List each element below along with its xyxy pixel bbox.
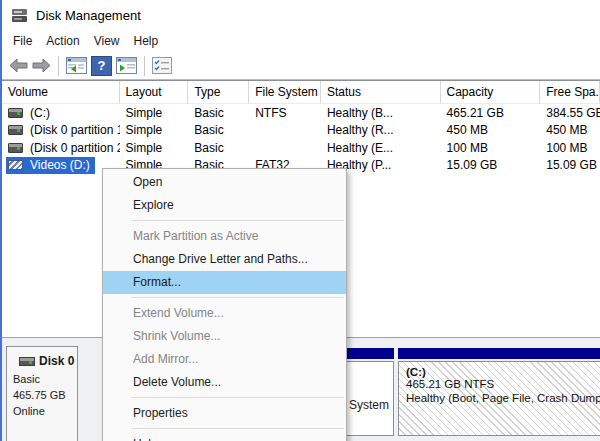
toolbar: ? [2,52,600,80]
volume-name: (Disk 0 partition 1) [30,123,120,137]
selected-volume: Videos (D:) [6,157,95,174]
volume-drive-icon [8,143,23,153]
column-header-free-spa[interactable]: Free Spa... [540,81,600,104]
column-header-type[interactable]: Type [188,81,249,104]
volume-drive-icon [8,125,23,135]
disk-management-window: Disk Management FileActionViewHelp [0,0,600,441]
volume-label: (C:) [6,104,55,121]
cell-layout: Simple [120,123,189,137]
cell-capacity: 465.21 GB [441,106,541,120]
column-header-file-system[interactable]: File System [249,81,321,104]
menu-separator [131,297,344,298]
title-bar: Disk Management [2,0,600,30]
back-icon [9,58,28,73]
column-header-layout[interactable]: Layout [120,81,189,104]
toolbar-separator [58,56,59,76]
menu-item-extend-volume: Extend Volume... [103,302,346,325]
menu-item-delete-volume[interactable]: Delete Volume... [103,371,346,394]
forward-icon [32,58,51,73]
table-row[interactable]: (Disk 0 partition 2)SimpleBasicHealthy (… [2,139,600,157]
menu-item-help[interactable]: Help [103,433,346,441]
menu-item-properties[interactable]: Properties [103,402,346,425]
menu-separator [131,397,344,398]
console-tree-icon [66,57,87,74]
system-partition-label: System [349,398,389,412]
menu-item-explore[interactable]: Explore [103,194,346,217]
cell-status: Healthy (E... [321,141,441,155]
disk-type: Basic [13,371,77,387]
cell-layout: Simple [120,141,189,155]
menu-separator [131,428,344,429]
table-row[interactable]: (C:)SimpleBasicNTFSHealthy (B...465.21 G… [2,104,600,122]
cell-file-system: NTFS [249,106,321,120]
volume-label: (Disk 0 partition 2) [6,139,120,156]
disk-size: 465.75 GB [13,387,77,403]
menu-action[interactable]: Action [39,32,86,50]
c-partition-name: (C:) [406,366,600,378]
table-row[interactable]: (Disk 0 partition 1)SimpleBasicHealthy (… [2,122,600,140]
menu-item-shrink-volume: Shrink Volume... [103,325,346,348]
checklist-icon [152,57,172,74]
cell-free-space: 450 MB [540,123,600,137]
c-partition-block[interactable]: (C:) 465.21 GB NTFS Healthy (Boot, Page … [398,348,600,436]
volume-drive-icon [8,108,23,118]
action-pane-button[interactable] [116,57,137,74]
cell-type: Basic [188,123,249,137]
volume-drive-icon [8,160,23,170]
menu-item-format[interactable]: Format... [103,271,346,294]
forward-button[interactable] [32,58,51,73]
cell-volume: (Disk 0 partition 1) [2,122,120,139]
cell-type: Basic [188,106,249,120]
cell-status: Healthy (R... [321,123,441,137]
cell-layout: Simple [120,106,189,120]
cell-volume: (Disk 0 partition 2) [2,139,120,156]
column-header-capacity[interactable]: Capacity [441,81,541,104]
checklist-button[interactable] [152,57,172,74]
menu-bar: FileActionViewHelp [2,30,600,52]
volume-label: (Disk 0 partition 1) [6,122,120,139]
disk-status: Online [13,403,77,419]
column-header-volume[interactable]: Volume [2,81,120,104]
menu-item-open[interactable]: Open [103,171,346,194]
menu-file[interactable]: File [6,32,39,50]
menu-separator [131,220,344,221]
menu-item-mark-partition-as-active: Mark Partition as Active [103,225,346,248]
disk-management-app-icon [11,8,28,23]
menu-item-change-drive-letter-and-paths[interactable]: Change Drive Letter and Paths... [103,248,346,271]
volume-list-rows: (C:)SimpleBasicNTFSHealthy (B...465.21 G… [2,104,600,174]
toolbar-separator [144,56,145,76]
cell-capacity: 450 MB [441,123,541,137]
disk-icon [19,357,35,366]
cell-free-space: 384.55 GB [540,106,600,120]
disk0-panel[interactable]: Disk 0 Basic 465.75 GB Online [6,346,78,441]
column-header-status[interactable]: Status [321,81,441,104]
menu-help[interactable]: Help [127,32,166,50]
volume-name: (Disk 0 partition 2) [30,141,120,155]
console-tree-button[interactable] [66,57,87,74]
c-partition-status: Healthy (Boot, Page File, Crash Dump [406,392,600,406]
action-pane-icon [116,57,137,74]
help-button[interactable]: ? [91,56,112,76]
cell-type: Basic [188,141,249,155]
cell-free-space: 100 MB [540,141,600,155]
volume-name: Videos (D:) [30,158,90,172]
c-partition-size: 465.21 GB NTFS [406,378,600,392]
menu-item-add-mirror: Add Mirror... [103,348,346,371]
volume-name: (C:) [30,106,50,120]
cell-capacity: 15.09 GB [441,158,541,172]
cell-capacity: 100 MB [441,141,541,155]
menu-view[interactable]: View [87,32,127,50]
partition-color-bar [398,348,600,359]
cell-volume: (C:) [2,104,120,121]
disk-name: Disk 0 [39,354,74,368]
context-menu: OpenExploreMark Partition as ActiveChang… [102,168,347,441]
back-button[interactable] [9,58,28,73]
cell-status: Healthy (B... [321,106,441,120]
window-title: Disk Management [36,8,141,23]
volume-list-header: VolumeLayoutTypeFile SystemStatusCapacit… [2,81,600,104]
cell-free-space: 15.09 GB [540,158,600,172]
c-partition-body[interactable]: (C:) 465.21 GB NTFS Healthy (Boot, Page … [398,361,600,436]
